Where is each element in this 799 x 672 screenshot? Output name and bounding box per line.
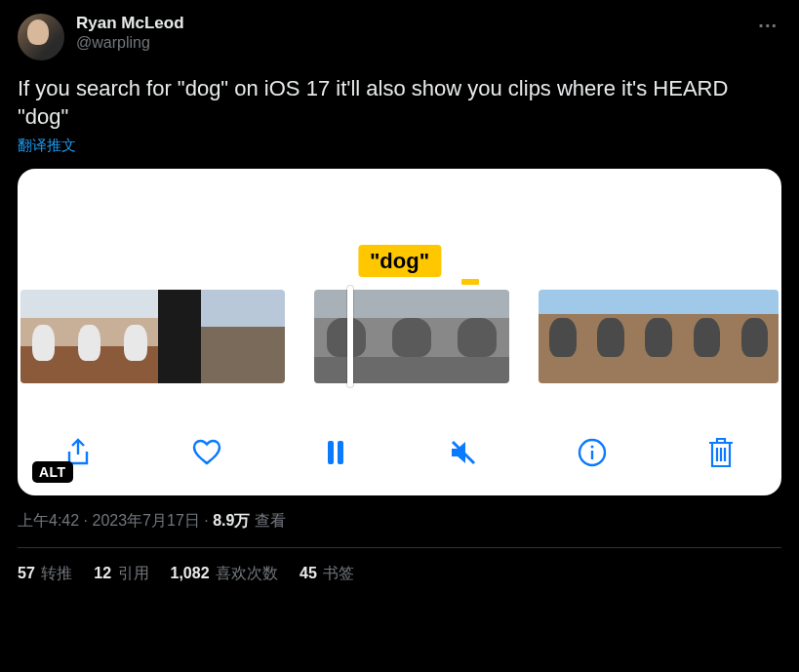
tweet-date: 2023年7月17日 [92, 512, 199, 529]
avatar[interactable] [18, 14, 64, 60]
clip-frame [731, 290, 779, 383]
clip-frame [587, 290, 635, 383]
filmstrip[interactable] [18, 290, 781, 383]
clip-1[interactable] [20, 290, 285, 383]
media-card[interactable]: "dog" [18, 169, 781, 495]
clip-frame [683, 290, 731, 383]
views-label: 查看 [255, 512, 286, 529]
alt-badge[interactable]: ALT [32, 461, 73, 483]
clip-frame [66, 290, 112, 383]
views-count: 8.9万 [213, 512, 250, 529]
clip-frame [380, 290, 445, 383]
more-menu-icon[interactable]: ··· [754, 14, 781, 37]
handle: @warpling [76, 33, 754, 53]
divider [18, 547, 781, 548]
tweet-text: If you search for "dog" on iOS 17 it'll … [18, 74, 781, 131]
likes-stat[interactable]: 1,082 喜欢次数 [171, 564, 279, 584]
mute-button[interactable] [442, 431, 485, 474]
like-button[interactable] [185, 431, 228, 474]
tweet-header: Ryan McLeod @warpling ··· [18, 14, 781, 60]
author-names[interactable]: Ryan McLeod @warpling [76, 14, 754, 53]
media-toolbar [18, 421, 781, 484]
clip-frame [445, 290, 510, 383]
bookmarks-stat[interactable]: 45 书签 [300, 564, 354, 584]
tweet-stats: 57 转推 12 引用 1,082 喜欢次数 45 书签 [18, 564, 781, 584]
clip-3[interactable] [539, 290, 779, 383]
clip-2[interactable] [314, 290, 509, 383]
clip-frame [635, 290, 683, 383]
pause-button[interactable] [314, 431, 357, 474]
info-button[interactable] [571, 431, 614, 474]
caption-tag: "dog" [358, 245, 441, 277]
playhead[interactable] [347, 286, 353, 387]
clip-frame [243, 290, 285, 383]
translate-link[interactable]: 翻译推文 [18, 137, 76, 155]
display-name: Ryan McLeod [76, 14, 754, 33]
svg-rect-1 [338, 441, 343, 464]
clip-frame [539, 290, 586, 383]
tweet-time: 上午4:42 [18, 512, 79, 529]
retweets-stat[interactable]: 57 转推 [18, 564, 72, 584]
tweet-meta[interactable]: 上午4:42 · 2023年7月17日 · 8.9万 查看 [18, 511, 781, 532]
svg-rect-0 [328, 441, 334, 464]
clip-frame [112, 290, 158, 383]
clip-frame [158, 290, 200, 383]
tweet: Ryan McLeod @warpling ··· If you search … [0, 0, 799, 598]
clip-frame [201, 290, 243, 383]
svg-point-4 [591, 446, 594, 449]
quotes-stat[interactable]: 12 引用 [94, 564, 148, 584]
caption-tick [461, 279, 479, 285]
clip-frame [20, 290, 66, 383]
delete-button[interactable] [699, 431, 742, 474]
